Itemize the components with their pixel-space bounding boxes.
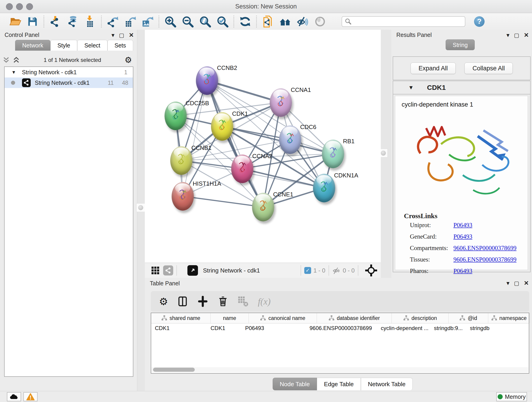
network-edge[interactable] bbox=[207, 80, 281, 102]
import-network-database-button[interactable] bbox=[64, 14, 81, 29]
network-collection-row[interactable]: ▼ String Network - cdk1 1 bbox=[5, 67, 133, 77]
presentation-sphere-icon[interactable] bbox=[311, 14, 329, 29]
collection-expander-icon[interactable]: ▼ bbox=[12, 70, 16, 75]
minimize-window-button[interactable] bbox=[16, 3, 23, 10]
crosslink-link[interactable]: 9606.ENSP00000378699 bbox=[453, 256, 516, 263]
network-node-CCNE1[interactable] bbox=[252, 193, 274, 221]
table-cell[interactable]: stringdb:9... bbox=[430, 325, 466, 332]
string-home-button[interactable] bbox=[277, 14, 294, 29]
import-table-file-button[interactable] bbox=[81, 14, 99, 29]
right-splitter[interactable] bbox=[381, 30, 392, 281]
panel-menu-icon[interactable]: ▾ bbox=[506, 280, 509, 287]
birds-eye-view-icon[interactable] bbox=[187, 265, 198, 276]
table-settings-gear-icon[interactable]: ⚙ bbox=[159, 296, 168, 307]
column-header-shared-name[interactable]: shared name bbox=[151, 313, 210, 323]
panel-menu-icon[interactable]: ▾ bbox=[111, 32, 114, 39]
table-cell[interactable]: P06493 bbox=[241, 325, 306, 332]
network-edge[interactable] bbox=[242, 169, 324, 188]
column-header-description[interactable]: description bbox=[392, 313, 449, 323]
column-header-namespace[interactable]: namespace bbox=[488, 313, 530, 323]
zoom-selected-button[interactable] bbox=[214, 14, 231, 29]
open-session-button[interactable] bbox=[6, 14, 24, 29]
export-image-button[interactable] bbox=[139, 14, 156, 29]
tab-network-table[interactable]: Network Table bbox=[361, 378, 413, 390]
delete-table-icon[interactable] bbox=[238, 296, 249, 307]
tab-select[interactable]: Select bbox=[77, 40, 107, 51]
crosslink-link[interactable]: P06493 bbox=[453, 268, 472, 274]
table-cell[interactable]: CDK1 bbox=[151, 325, 207, 332]
memory-button[interactable]: Memory bbox=[496, 392, 527, 401]
export-network-button[interactable] bbox=[104, 14, 121, 29]
left-splitter[interactable] bbox=[137, 30, 145, 391]
table-cell[interactable]: CDK1 bbox=[207, 325, 241, 332]
close-window-button[interactable] bbox=[6, 3, 13, 10]
crosslink-link[interactable]: P06493 bbox=[453, 233, 472, 240]
tab-node-table[interactable]: Node Table bbox=[273, 378, 317, 390]
network-canvas[interactable]: CCNB2 CCNA1 CDC25B CDK1 CDC6 RB1 CCNB1 C… bbox=[145, 30, 381, 263]
table-row[interactable]: CDK1CDK1P064939606.ENSP00000378699cyclin… bbox=[151, 323, 529, 333]
string-network-badge-icon[interactable] bbox=[163, 265, 173, 275]
network-node-CCNA1[interactable] bbox=[270, 88, 292, 117]
panel-close-icon[interactable]: ✕ bbox=[129, 32, 134, 39]
function-builder-icon[interactable]: f(x) bbox=[258, 296, 271, 307]
column-header-database-identifier[interactable]: database identifier bbox=[317, 313, 392, 323]
share-file-button[interactable] bbox=[259, 14, 277, 29]
expand-all-icon[interactable] bbox=[12, 57, 20, 64]
tab-style[interactable]: Style bbox=[51, 40, 77, 51]
panel-float-icon[interactable]: ▢ bbox=[514, 280, 519, 287]
panel-close-icon[interactable]: ✕ bbox=[524, 280, 529, 287]
entry-header[interactable]: ▼ CDK1 bbox=[393, 81, 530, 95]
show-columns-icon[interactable] bbox=[177, 296, 188, 307]
refresh-button[interactable] bbox=[236, 14, 254, 29]
entry-collapse-icon[interactable]: ▼ bbox=[408, 84, 414, 91]
panel-float-icon[interactable]: ▢ bbox=[119, 32, 124, 38]
collapse-all-button[interactable]: Collapse All bbox=[464, 63, 513, 74]
network-row[interactable]: String Network - cdk1 11 48 bbox=[5, 77, 133, 88]
column-header-@id[interactable]: @id bbox=[449, 313, 488, 323]
scrollbar-thumb[interactable] bbox=[153, 368, 195, 372]
network-node-CDK1[interactable] bbox=[211, 112, 233, 141]
save-session-button[interactable] bbox=[24, 14, 41, 29]
network-edge[interactable] bbox=[207, 80, 263, 207]
create-column-icon[interactable] bbox=[197, 296, 208, 307]
column-header-name[interactable]: name bbox=[210, 313, 249, 323]
network-node-HIST1H1A[interactable] bbox=[172, 182, 194, 211]
table-h-scrollbar[interactable] bbox=[152, 367, 528, 372]
table-cell[interactable]: cyclin-dependent ... bbox=[377, 325, 430, 332]
expand-all-button[interactable]: Expand All bbox=[411, 63, 456, 74]
fit-selected-crosshair-icon[interactable] bbox=[365, 264, 377, 276]
network-node-RB1[interactable] bbox=[322, 140, 344, 168]
import-network-file-button[interactable] bbox=[46, 14, 64, 29]
collapse-all-icon[interactable] bbox=[2, 57, 10, 64]
panel-float-icon[interactable]: ▢ bbox=[514, 32, 519, 38]
tab-network[interactable]: Network bbox=[15, 40, 51, 51]
zoom-fit-button[interactable] bbox=[196, 14, 214, 29]
network-node-CCNA2[interactable] bbox=[231, 154, 253, 183]
crosslink-link[interactable]: P06493 bbox=[453, 222, 472, 229]
network-node-CDC25B[interactable] bbox=[165, 102, 187, 130]
zoom-out-button[interactable] bbox=[179, 14, 196, 29]
delete-column-icon[interactable] bbox=[217, 296, 228, 307]
network-node-CDKN1A[interactable] bbox=[313, 174, 335, 202]
zoom-in-button[interactable] bbox=[162, 14, 179, 29]
column-header-canonical-name[interactable]: canonical name bbox=[249, 313, 317, 323]
export-table-button[interactable] bbox=[121, 14, 139, 29]
table-cell[interactable]: 9606.ENSP00000378699 bbox=[306, 325, 377, 332]
panel-menu-icon[interactable]: ▾ bbox=[506, 32, 509, 39]
network-options-gear-icon[interactable]: ⚙ bbox=[125, 55, 132, 65]
tab-sets[interactable]: Sets bbox=[108, 40, 133, 51]
crosslink-link[interactable]: 9606.ENSP00000378699 bbox=[453, 245, 516, 252]
table-cell[interactable]: stringdb bbox=[466, 325, 504, 332]
grid-view-icon[interactable] bbox=[151, 266, 160, 275]
network-node-CCNB1[interactable] bbox=[170, 146, 192, 175]
cloud-button[interactable] bbox=[7, 392, 21, 401]
search-input[interactable] bbox=[342, 16, 465, 27]
left-splitter-handle[interactable] bbox=[136, 203, 145, 212]
zoom-window-button[interactable] bbox=[26, 3, 33, 10]
hide-glasses-button[interactable] bbox=[294, 14, 311, 29]
tab-string[interactable]: String bbox=[446, 39, 475, 50]
network-node-CCNB2[interactable] bbox=[196, 66, 218, 95]
help-button[interactable]: ? bbox=[474, 16, 485, 27]
warnings-button[interactable] bbox=[23, 392, 38, 401]
network-node-CDC6[interactable] bbox=[279, 125, 301, 154]
